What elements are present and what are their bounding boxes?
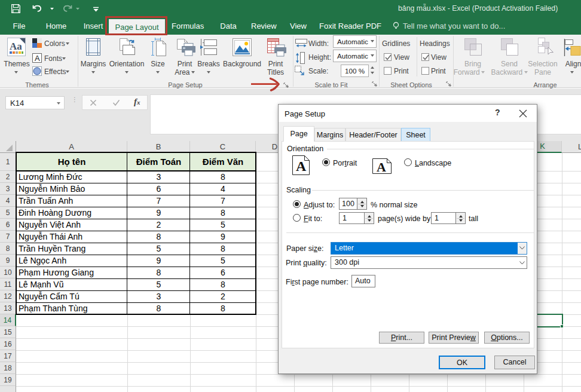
- svg-text:A: A: [377, 160, 386, 174]
- svg-text:A: A: [296, 158, 307, 174]
